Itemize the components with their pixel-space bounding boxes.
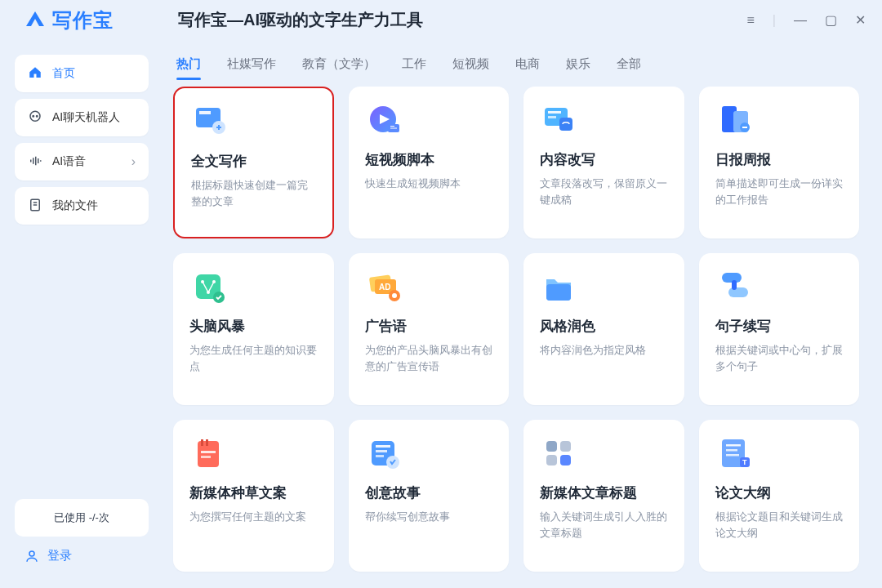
folder-blue-icon [540, 268, 670, 309]
tab-5[interactable]: 电商 [515, 56, 540, 72]
card-title: 论文大纲 [715, 483, 845, 502]
media-red-icon [189, 434, 319, 475]
card-title: 内容改写 [540, 150, 670, 169]
template-card-11[interactable]: T论文大纲根据论文题目和关键词生成论文大纲 [699, 420, 860, 572]
logo-text: 写作宝 [52, 7, 114, 33]
svg-rect-18 [548, 111, 561, 114]
login-label: 登录 [47, 548, 72, 564]
svg-rect-51 [560, 455, 571, 466]
svg-point-2 [37, 115, 38, 117]
svg-rect-35 [722, 273, 742, 283]
story-blue-icon [365, 434, 495, 475]
sidebar: 首页AI聊天机器人AI语音›我的文件 已使用 -/-次 登录 [0, 40, 163, 588]
menu-icon[interactable]: ≡ [747, 13, 755, 28]
template-card-7[interactable]: 句子续写根据关键词或中心句，扩展多个句子 [699, 253, 860, 405]
file-icon [28, 198, 42, 215]
ad-yellow-icon: AD [365, 268, 495, 309]
svg-rect-36 [728, 287, 748, 297]
svg-rect-37 [732, 280, 737, 290]
sidebar-item-1[interactable]: AI聊天机器人 [15, 99, 149, 136]
sidebar-item-2[interactable]: AI语音› [15, 143, 149, 180]
doc-blue-icon [191, 103, 318, 144]
window-controls: ≡ | ― ▢ ✕ [747, 12, 866, 28]
card-title: 新媒体种草文案 [189, 483, 319, 502]
svg-rect-40 [206, 439, 208, 446]
tab-2[interactable]: 教育（文学） [302, 56, 376, 72]
app-logo: 写作宝 [23, 7, 162, 33]
maximize-icon[interactable]: ▢ [825, 12, 837, 28]
svg-rect-54 [726, 449, 737, 452]
svg-rect-50 [546, 455, 557, 466]
tab-1[interactable]: 社媒写作 [227, 56, 276, 72]
card-desc: 简单描述即可生成一份详实的工作报告 [715, 176, 845, 208]
template-card-5[interactable]: AD广告语为您的产品头脑风暴出有创意的广告宣传语 [349, 253, 510, 405]
close-icon[interactable]: ✕ [855, 12, 866, 28]
svg-rect-48 [546, 441, 557, 452]
card-title: 句子续写 [715, 317, 845, 336]
card-desc: 帮你续写创意故事 [365, 509, 495, 525]
card-desc: 为您的产品头脑风暴出有创意的广告宣传语 [365, 342, 495, 375]
video-purple-icon [365, 101, 495, 142]
tab-3[interactable]: 工作 [402, 56, 426, 72]
tab-6[interactable]: 娱乐 [566, 56, 590, 72]
minimize-icon[interactable]: ― [794, 13, 807, 28]
usage-badge: 已使用 -/-次 [15, 499, 149, 537]
category-tabs: 热门社媒写作教育（文学）工作短视频电商娱乐全部 [173, 47, 859, 87]
svg-rect-20 [559, 118, 572, 131]
template-card-2[interactable]: 内容改写文章段落改写，保留原义一键成稿 [523, 87, 684, 238]
tab-4[interactable]: 短视频 [452, 56, 489, 72]
home-icon [28, 65, 42, 82]
template-card-8[interactable]: 新媒体种草文案为您撰写任何主题的文案 [173, 420, 334, 572]
chain-blue-icon [715, 268, 845, 309]
sidebar-item-label: 我的文件 [52, 198, 98, 213]
template-card-10[interactable]: 新媒体文章标题输入关键词生成引人入胜的文章标题 [523, 420, 684, 572]
rewrite-blue-icon [540, 101, 670, 142]
template-card-6[interactable]: 风格润色将内容润色为指定风格 [523, 253, 684, 405]
sidebar-item-0[interactable]: 首页 [15, 55, 149, 92]
card-desc: 为您生成任何主题的知识要点 [189, 342, 319, 375]
voice-icon [28, 154, 42, 171]
card-desc: 输入关键词生成引人入胜的文章标题 [540, 509, 670, 541]
card-title: 短视频脚本 [365, 150, 495, 169]
card-title: 日报周报 [715, 150, 845, 169]
main-content: 热门社媒写作教育（文学）工作短视频电商娱乐全部 全文写作根据标题快速创建一篇完整… [163, 40, 882, 588]
card-title: 新媒体文章标题 [540, 483, 670, 502]
card-desc: 将内容润色为指定风格 [540, 342, 670, 359]
card-desc: 文章段落改写，保留原义一键成稿 [540, 176, 670, 208]
brain-green-icon [189, 268, 319, 309]
sidebar-item-label: 首页 [52, 66, 75, 81]
report-blue-icon [715, 101, 845, 142]
outline-blue-icon: T [715, 434, 845, 475]
svg-rect-41 [201, 451, 216, 453]
svg-rect-55 [726, 454, 739, 457]
svg-rect-34 [546, 284, 571, 301]
card-desc: 根据论文题目和关键词生成论文大纲 [715, 509, 845, 541]
template-card-3[interactable]: 日报周报简单描述即可生成一份详实的工作报告 [699, 87, 860, 238]
topbar: 写作宝 写作宝—AI驱动的文字生产力工具 ≡ | ― ▢ ✕ [0, 0, 882, 40]
template-card-9[interactable]: 创意故事帮你续写创意故事 [349, 420, 510, 572]
svg-rect-53 [726, 444, 741, 447]
tab-0[interactable]: 热门 [176, 56, 201, 72]
svg-point-0 [30, 111, 40, 121]
svg-rect-39 [201, 439, 203, 446]
template-card-0[interactable]: 全文写作根据标题快速创建一篇完整的文章 [173, 87, 334, 238]
card-desc: 根据标题快速创建一篇完整的文章 [191, 177, 318, 210]
svg-rect-49 [560, 441, 571, 452]
chat-icon [28, 109, 42, 127]
svg-point-33 [392, 293, 397, 298]
tab-7[interactable]: 全部 [617, 56, 641, 72]
sidebar-item-label: AI语音 [52, 154, 86, 169]
card-desc: 根据关键词或中心句，扩展多个句子 [715, 342, 845, 375]
sidebar-item-3[interactable]: 我的文件 [15, 187, 149, 225]
card-title: 广告语 [365, 317, 495, 336]
login-button[interactable]: 登录 [15, 548, 149, 564]
svg-rect-45 [376, 450, 387, 452]
svg-rect-19 [548, 116, 556, 118]
template-grid: 全文写作根据标题快速创建一篇完整的文章短视频脚本快速生成短视频脚本内容改写文章段… [173, 87, 859, 572]
app-title: 写作宝—AI驱动的文字生产力工具 [178, 9, 423, 31]
template-card-1[interactable]: 短视频脚本快速生成短视频脚本 [349, 87, 510, 238]
template-card-4[interactable]: 头脑风暴为您生成任何主题的知识要点 [173, 253, 334, 405]
logo-icon [23, 8, 47, 33]
card-title: 头脑风暴 [189, 317, 319, 336]
card-title: 全文写作 [191, 152, 318, 171]
